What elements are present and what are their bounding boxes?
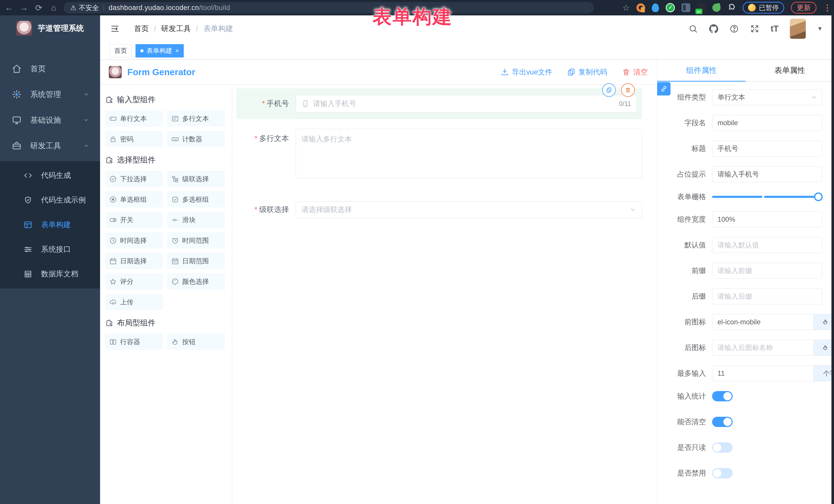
browser-menu-icon[interactable]: ⋮ bbox=[823, 3, 831, 13]
choose-prefix-icon-button[interactable]: 选择 bbox=[814, 314, 834, 330]
textarea-input[interactable] bbox=[295, 129, 642, 178]
field-name-input[interactable] bbox=[712, 115, 822, 131]
avatar[interactable] bbox=[790, 19, 806, 39]
suffix-input[interactable] bbox=[712, 288, 822, 304]
security-warning[interactable]: ⚠ 不安全 bbox=[70, 3, 99, 12]
fullscreen-icon[interactable] bbox=[750, 24, 759, 34]
palette-item[interactable]: 行容器 bbox=[105, 334, 163, 350]
sidebar-item-form-builder[interactable]: 表单构建 bbox=[0, 213, 100, 237]
palette-item[interactable]: 单选框组 bbox=[105, 192, 163, 207]
title-input[interactable] bbox=[712, 140, 822, 156]
panel-link-button[interactable] bbox=[657, 82, 671, 95]
palette-item[interactable]: 日期范围 bbox=[167, 253, 225, 269]
copy-icon bbox=[606, 87, 612, 93]
tag-form-builder[interactable]: 表单构建 × bbox=[135, 44, 184, 58]
palette-item[interactable]: 日期选择 bbox=[105, 253, 163, 269]
delete-field-button[interactable] bbox=[621, 83, 635, 97]
extension-icon[interactable] bbox=[697, 3, 706, 12]
disabled-toggle[interactable] bbox=[712, 468, 733, 478]
duplicate-field-button[interactable] bbox=[602, 83, 616, 97]
copy-code-button[interactable]: 复制代码 bbox=[567, 67, 607, 77]
breadcrumb-section[interactable]: 研发工具 bbox=[161, 24, 191, 34]
extension-icon[interactable] bbox=[711, 3, 721, 12]
profile-paused-pill[interactable]: 已暂停 bbox=[743, 2, 784, 14]
palette-item[interactable]: 123计数器 bbox=[167, 131, 225, 147]
max-length-input[interactable] bbox=[712, 366, 814, 381]
sidebar-item-infra[interactable]: 基础设施 bbox=[0, 107, 100, 133]
selected-form-item[interactable]: 手机号 请输入手机号 0/11 bbox=[236, 88, 642, 119]
tag-home[interactable]: 首页 bbox=[109, 44, 132, 58]
tab-form-props[interactable]: 表单属性 bbox=[746, 60, 834, 81]
clear-button[interactable]: 清空 bbox=[622, 67, 648, 77]
sidebar-item-label: 系统接口 bbox=[41, 244, 71, 255]
component-width-input[interactable] bbox=[712, 212, 822, 227]
form-item-cascader[interactable]: 级联选择 请选择级联选择 bbox=[236, 201, 642, 218]
extension-icon[interactable] bbox=[682, 3, 690, 12]
palette-item[interactable]: 多选框组 bbox=[167, 192, 225, 207]
palette-item[interactable]: 密码 bbox=[105, 131, 163, 147]
export-vue-button[interactable]: 导出vue文件 bbox=[501, 67, 552, 77]
extension-icon[interactable] bbox=[652, 3, 659, 12]
palette-item[interactable]: 时间范围 bbox=[167, 233, 225, 248]
component-type-select[interactable] bbox=[712, 89, 822, 105]
default-value-input[interactable] bbox=[712, 237, 822, 253]
palette-item[interactable]: 单行文本 bbox=[105, 111, 163, 127]
scrollbar[interactable] bbox=[831, 15, 834, 504]
app-logo-row[interactable]: 芋道管理系统 bbox=[0, 15, 100, 41]
extension-icon[interactable] bbox=[666, 3, 675, 12]
breadcrumb-home[interactable]: 首页 bbox=[134, 24, 149, 34]
palette-item[interactable]: 下拉选择 bbox=[105, 171, 163, 187]
form-canvas[interactable]: 手机号 请输入手机号 0/11 多行文本 bbox=[232, 85, 657, 504]
app-logo bbox=[16, 21, 32, 36]
palette-item[interactable]: 时间选择 bbox=[105, 233, 163, 248]
font-size-icon[interactable]: tT bbox=[771, 24, 778, 34]
home-icon[interactable]: ⌂ bbox=[46, 3, 61, 13]
palette-item[interactable]: 级联选择 bbox=[167, 171, 225, 187]
cascader-select[interactable]: 请选择级联选择 bbox=[295, 201, 642, 218]
slider-handle[interactable] bbox=[814, 193, 823, 201]
back-icon[interactable]: ← bbox=[2, 3, 17, 13]
prefix-input[interactable] bbox=[712, 263, 822, 279]
clearable-toggle[interactable] bbox=[712, 417, 733, 427]
help-icon[interactable] bbox=[729, 24, 739, 34]
palette-item[interactable]: 颜色选择 bbox=[167, 273, 225, 289]
extensions-puzzle-icon[interactable] bbox=[727, 3, 736, 12]
suffix-icon-input[interactable] bbox=[712, 340, 814, 356]
sidebar-collapse-icon[interactable] bbox=[110, 24, 120, 33]
palette-item[interactable]: 评分 bbox=[105, 273, 163, 289]
palette-item[interactable]: 多行文本 bbox=[167, 111, 225, 127]
palette-item[interactable]: 开关 bbox=[105, 212, 163, 228]
extension-icon[interactable] bbox=[636, 3, 645, 12]
close-icon[interactable]: × bbox=[175, 47, 179, 54]
palette-item[interactable]: 按钮 bbox=[167, 334, 225, 350]
palette-item[interactable]: 上传 bbox=[105, 294, 163, 310]
counter-icon: 123 bbox=[171, 135, 179, 143]
github-icon[interactable] bbox=[709, 24, 718, 34]
prefix-icon-input[interactable] bbox=[712, 314, 814, 330]
sidebar-item-home[interactable]: 首页 bbox=[0, 56, 100, 82]
sidebar-item-codegen[interactable]: 代码生成 bbox=[0, 163, 100, 188]
sidebar-item-system[interactable]: 系统管理 bbox=[0, 82, 100, 107]
palette-section-title: 输入型组件 bbox=[105, 94, 226, 105]
readonly-toggle[interactable] bbox=[712, 442, 733, 453]
address-bar[interactable]: ⚠ 不安全 dashboard.yudao.iocoder.cn/tool/bu… bbox=[64, 2, 594, 13]
tab-component-props[interactable]: 组件属性 bbox=[657, 60, 746, 81]
search-icon[interactable] bbox=[688, 24, 698, 34]
refresh-icon[interactable]: ⟳ bbox=[31, 3, 46, 13]
panel-tabs: 组件属性 表单属性 bbox=[657, 60, 834, 82]
sidebar-item-db-doc[interactable]: 数据库文档 bbox=[0, 262, 100, 286]
chevron-down-icon[interactable]: ▼ bbox=[817, 25, 823, 32]
choose-suffix-icon-button[interactable]: 选择 bbox=[814, 340, 834, 356]
form-grid-slider[interactable] bbox=[712, 196, 819, 198]
word-limit-toggle[interactable] bbox=[712, 391, 733, 401]
forward-icon[interactable]: → bbox=[17, 3, 31, 13]
bookmark-star-icon[interactable]: ☆ bbox=[622, 3, 630, 13]
form-item-textarea[interactable]: 多行文本 bbox=[236, 129, 642, 178]
browser-update-button[interactable]: 更新 bbox=[791, 2, 816, 14]
sidebar-item-devtools[interactable]: 研发工具 bbox=[0, 133, 100, 159]
sidebar-item-codegen-demo[interactable]: 代码生成示例 bbox=[0, 188, 100, 213]
sidebar-item-system-api[interactable]: 系统接口 bbox=[0, 237, 100, 262]
palette-item[interactable]: 滑块 bbox=[167, 212, 225, 228]
mobile-input[interactable]: 请输入手机号 0/11 bbox=[295, 95, 637, 112]
placeholder-input[interactable] bbox=[712, 166, 822, 182]
